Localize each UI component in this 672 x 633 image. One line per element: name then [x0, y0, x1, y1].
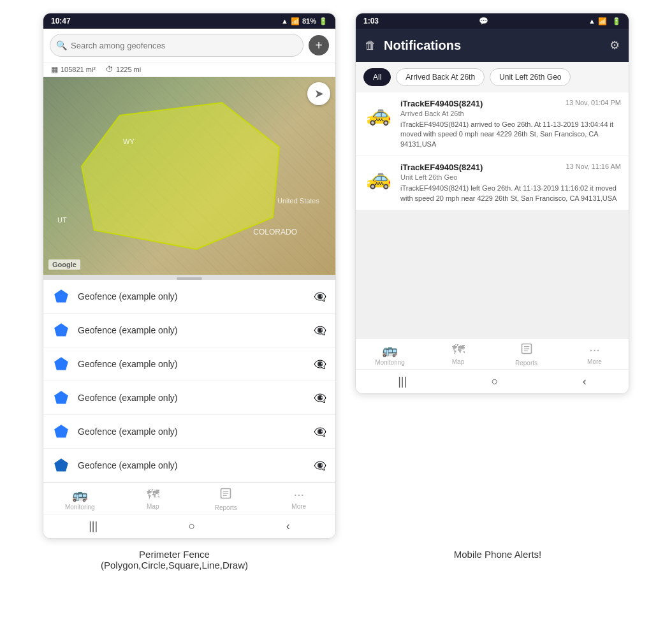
list-item[interactable]: Geofence (example only) 👁‍🗨: [43, 314, 335, 347]
notif-content-1: iTrackEF4940S(8241) 13 Nov, 01:04 PM Arr…: [400, 99, 621, 149]
add-geofence-button[interactable]: +: [309, 35, 329, 55]
right-monitoring-icon: 🚌: [382, 342, 398, 358]
right-map-icon: 🗺: [452, 342, 465, 357]
filter-tabs: All Arrived Back At 26th Unit Left 26th …: [356, 62, 629, 92]
svg-marker-4: [54, 391, 68, 404]
left-battery: 81%: [302, 17, 316, 25]
right-monitoring-label: Monitoring: [375, 359, 405, 366]
left-wifi-icon: ▲: [281, 17, 288, 25]
back-button[interactable]: ‹: [286, 520, 290, 533]
area-stat: ▦ 105821 mi²: [51, 65, 96, 74]
list-item[interactable]: Geofence (example only) 👁‍🗨: [43, 381, 335, 415]
compass-icon: ➤: [314, 87, 324, 101]
geofence-icon-3: [52, 355, 70, 373]
pentagon-svg-1: [54, 289, 69, 304]
filter-arrived[interactable]: Arrived Back At 26th: [396, 68, 485, 86]
visibility-icon-2[interactable]: 👁‍🗨: [314, 324, 326, 337]
notification-list: 🚕 iTrackEF4940S(8241) 13 Nov, 01:04 PM A…: [356, 92, 629, 210]
filter-left[interactable]: Unit Left 26th Geo: [490, 68, 571, 86]
visibility-icon-6[interactable]: 👁‍🗨: [314, 460, 326, 472]
more-label: More: [291, 503, 306, 510]
notif-device-2: iTrackEF4940S(8241): [400, 163, 483, 172]
reports-label: Reports: [215, 504, 237, 511]
left-caption-line2: (Polygon,Circle,Square,Line,Draw): [101, 560, 248, 571]
geofence-icon-6: [52, 456, 70, 474]
settings-icon[interactable]: ⚙: [610, 38, 620, 52]
geofence-icon-1: [52, 287, 70, 305]
google-label: Google: [48, 259, 80, 270]
right-status-right: ▲ 📶 🔋: [588, 17, 621, 25]
map-area[interactable]: WY UT COLORADO United States Google ➤: [43, 77, 335, 275]
right-caption-text: Mobile Phone Alerts!: [454, 549, 542, 560]
notifications-header: 🗑 Notifications ⚙: [356, 29, 629, 62]
right-nav-reports[interactable]: Reports: [508, 342, 546, 367]
monitoring-label: Monitoring: [65, 504, 95, 511]
filter-all[interactable]: All: [363, 68, 391, 86]
notification-item-2[interactable]: 🚕 iTrackEF4940S(8241) 13 Nov, 11:16 AM U…: [356, 156, 629, 210]
right-back-button[interactable]: ‹: [583, 375, 587, 388]
right-nav-more[interactable]: ··· More: [576, 342, 614, 367]
right-home-button[interactable]: ○: [492, 375, 499, 388]
list-item[interactable]: Geofence (example only) 👁‍🗨: [43, 280, 335, 314]
search-input[interactable]: [50, 34, 303, 57]
notifications-title: Notifications: [384, 38, 602, 53]
svg-marker-1: [54, 289, 68, 302]
right-status-bar: 1:03 💬 ▲ 📶 🔋: [356, 13, 629, 29]
left-time: 10:47: [51, 17, 71, 25]
caption-row: Perimeter Fence (Polygon,Circle,Square,L…: [0, 539, 672, 573]
home-button[interactable]: ○: [189, 520, 196, 533]
left-search-bar: 🔍 +: [43, 29, 335, 62]
notification-item-1[interactable]: 🚕 iTrackEF4940S(8241) 13 Nov, 01:04 PM A…: [356, 92, 629, 156]
right-chat-icon: 💬: [479, 17, 488, 25]
car-icon-2: 🚕: [363, 163, 394, 193]
left-caption: Perimeter Fence (Polygon,Circle,Square,L…: [41, 549, 309, 571]
phone-right: 1:03 💬 ▲ 📶 🔋 🗑 Notifications ⚙ All Arriv…: [355, 13, 629, 394]
pentagon-svg-5: [54, 424, 69, 439]
left-caption-line1: Perimeter Fence: [139, 549, 210, 560]
svg-marker-3: [54, 357, 68, 370]
list-item[interactable]: Geofence (example only) 👁‍🗨: [43, 415, 335, 449]
geofence-icon-2: [52, 321, 70, 339]
geofence-name-2: Geofence (example only): [78, 325, 306, 335]
area-value: 105821 mi²: [61, 66, 96, 73]
delete-icon[interactable]: 🗑: [365, 39, 376, 52]
left-status-right: ▲ 📶 81% 🔋: [281, 17, 328, 25]
visibility-icon-1[interactable]: 👁‍🗨: [314, 291, 326, 303]
right-bottom-nav: 🚌 Monitoring 🗺 Map Reports: [356, 338, 629, 369]
right-more-icon: ···: [589, 342, 600, 357]
right-caption: Mobile Phone Alerts!: [364, 549, 632, 571]
list-item[interactable]: Geofence (example only) 👁‍🗨: [43, 449, 335, 483]
compass-button[interactable]: ➤: [307, 82, 330, 105]
nav-more[interactable]: ··· More: [280, 487, 318, 511]
nav-monitoring[interactable]: 🚌 Monitoring: [61, 487, 99, 511]
visibility-icon-5[interactable]: 👁‍🗨: [314, 426, 326, 438]
area-icon: ▦: [51, 65, 58, 74]
distance-icon: ⏱: [106, 65, 113, 74]
notif-event-2: Unit Left 26th Geo: [400, 173, 621, 181]
right-recent-apps-button[interactable]: |||: [398, 375, 407, 388]
pentagon-svg-3: [54, 356, 69, 372]
right-wifi-icon: ▲: [588, 17, 595, 25]
label-colorado: COLORADO: [253, 228, 297, 236]
left-android-nav: ||| ○ ‹: [43, 514, 335, 538]
right-android-nav: ||| ○ ‹: [356, 369, 629, 393]
visibility-icon-3[interactable]: 👁‍🗨: [314, 358, 326, 370]
scroll-pill: [177, 277, 202, 280]
scroll-indicator: [43, 275, 335, 280]
svg-marker-6: [54, 458, 68, 471]
car-icon-1: 🚕: [363, 99, 394, 129]
map-icon: 🗺: [147, 487, 159, 502]
distance-stat: ⏱ 1225 mi: [106, 65, 141, 74]
right-nav-monitoring[interactable]: 🚌 Monitoring: [371, 342, 409, 367]
nav-reports[interactable]: Reports: [207, 487, 245, 511]
nav-map[interactable]: 🗺 Map: [134, 487, 172, 511]
list-item[interactable]: Geofence (example only) 👁‍🗨: [43, 347, 335, 381]
pentagon-svg-2: [54, 323, 69, 338]
left-signal-icon: 📶: [291, 17, 300, 25]
right-nav-map[interactable]: 🗺 Map: [439, 342, 478, 367]
recent-apps-button[interactable]: |||: [89, 520, 98, 533]
visibility-icon-4[interactable]: 👁‍🗨: [314, 392, 326, 404]
search-wrapper: 🔍: [50, 34, 303, 57]
label-ut: UT: [57, 216, 67, 224]
notif-content-2: iTrackEF4940S(8241) 13 Nov, 11:16 AM Uni…: [400, 163, 621, 203]
